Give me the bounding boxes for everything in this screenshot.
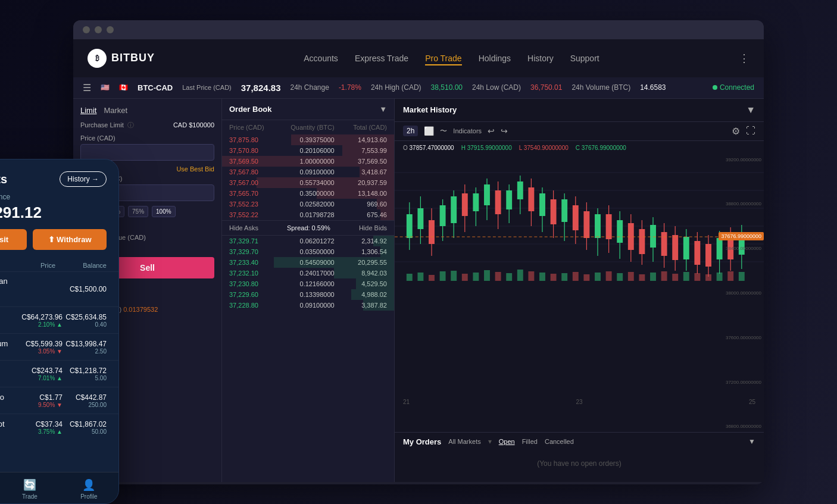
asset-ticker: BTC (0, 321, 18, 328)
asset-price-val: C$1.77 (18, 393, 63, 402)
logo-text: BITBUY (111, 52, 155, 64)
nav-pro-trade[interactable]: Pro Trade (425, 51, 461, 65)
nav-links: Accounts Express Trade Pro Trade Holding… (183, 51, 720, 65)
svg-rect-95 (694, 273, 700, 281)
asset-balance-qty: 50.00 (63, 428, 107, 435)
order-book-title: Order Book (229, 105, 272, 114)
asset-balance-val: C$442.87 (63, 393, 107, 402)
ticker-pair[interactable]: BTC-CAD (138, 83, 173, 92)
svg-rect-79 (517, 270, 523, 281)
ohlc-h: H 37915.99000000 (461, 145, 512, 151)
indicators-btn[interactable]: Indicators (453, 127, 482, 134)
nav-accounts[interactable]: Accounts (304, 51, 338, 65)
nav-more-icon[interactable]: ⋮ (739, 52, 749, 65)
nav-express-trade[interactable]: Express Trade (355, 51, 408, 65)
main-layout: Limit Market Purchase Limit ⓘ CAD $10000… (73, 99, 764, 482)
asset-balance-col: C$1,500.00 (63, 285, 107, 293)
asset-ticker: ETH (0, 348, 18, 355)
svg-rect-17 (462, 193, 468, 216)
asset-row[interactable]: $ Canadian Dollars CAD C$1,500.00 (0, 271, 118, 306)
my-orders-dropdown-icon[interactable]: ▼ (748, 437, 755, 446)
filled-tab[interactable]: Filled (522, 438, 538, 445)
hamburger-icon[interactable]: ☰ (83, 82, 91, 93)
order-book-dropdown-icon[interactable]: ▼ (379, 105, 387, 114)
nav-support[interactable]: Support (570, 51, 599, 65)
pct-100[interactable]: 100% (152, 206, 176, 217)
settings-icon[interactable]: ⚙ (732, 126, 740, 137)
mobile-action-buttons: ⬇ Deposit ⬆ Withdraw (0, 229, 118, 259)
market-tab[interactable]: Market (104, 106, 127, 115)
limit-tab[interactable]: Limit (80, 106, 96, 115)
bid-row[interactable]: 37,329.70 0.03500000 1,306.54 (222, 246, 394, 257)
bid-row[interactable]: 37,228.80 0.09100000 3,387.82 (222, 300, 394, 311)
hide-asks-btn[interactable]: Hide Asks (229, 224, 258, 231)
nav-profile-mobile[interactable]: 👤 Profile (60, 478, 118, 500)
redo-icon[interactable]: ↪ (501, 126, 508, 136)
svg-rect-93 (672, 274, 678, 281)
browser-chrome (73, 20, 764, 39)
deposit-button[interactable]: ⬇ Deposit (0, 229, 27, 250)
nav-history[interactable]: History (527, 51, 554, 65)
asset-balance-col: C$1,867.02 50.00 (63, 420, 107, 435)
nav-trade-mobile[interactable]: 🔄 Trade (0, 478, 59, 500)
bid-row[interactable]: 37,329.71 0.06201272 2,314.92 (222, 236, 394, 246)
market-history-dropdown-icon[interactable]: ▼ (746, 105, 755, 115)
svg-rect-43 (606, 214, 612, 239)
withdraw-button[interactable]: ⬆ Withdraw (33, 229, 107, 250)
asset-balance-qty: 2.50 (63, 348, 107, 355)
asset-change: 9.50% ▼ (18, 402, 63, 408)
bid-row[interactable]: 37,233.40 0.54509000 20,295.55 (222, 257, 394, 268)
ask-row[interactable]: 37,567.80 0.09100000 3,418.67 (222, 167, 394, 177)
ask-row[interactable]: 37,875.80 0.39375000 14,913.60 (222, 134, 394, 145)
bid-row[interactable]: 37,230.80 0.12166000 4,529.50 (222, 278, 394, 289)
svg-rect-78 (506, 273, 512, 281)
mobile-history-button[interactable]: History → (60, 171, 107, 187)
asset-row[interactable]: ₳ Cardano ADA C$1.77 9.50% ▼ C$442.87 25… (0, 387, 118, 414)
my-orders-header: My Orders All Markets ▾ Open Filled Canc… (403, 437, 755, 446)
asset-row[interactable]: ● Polkadot DOT C$37.34 3.75% ▲ C$1,867.0… (0, 414, 118, 440)
asset-price-val: C$37.34 (18, 420, 63, 428)
svg-rect-13 (440, 205, 446, 226)
price-cad-label: Price (CAD) (80, 134, 214, 142)
cancelled-tab[interactable]: Cancelled (545, 438, 574, 445)
undo-icon[interactable]: ↩ (488, 126, 495, 136)
connected-dot (713, 85, 717, 90)
ask-row[interactable]: 37,565.70 0.35000000 13,148.00 (222, 188, 394, 199)
fullscreen-icon[interactable]: ⛶ (746, 126, 755, 136)
ask-row[interactable]: 37,570.80 0.20106000 7,553.99 (222, 145, 394, 156)
bid-row[interactable]: 37,229.60 0.13398000 4,988.02 (222, 289, 394, 300)
svg-rect-31 (539, 193, 545, 216)
time-2h[interactable]: 2h (403, 126, 418, 136)
hide-bids-btn[interactable]: Hide Bids (359, 224, 387, 231)
price-input[interactable] (80, 144, 214, 161)
asset-balance-qty: 0.40 (63, 321, 107, 328)
pct-75[interactable]: 75% (128, 206, 148, 217)
asset-row[interactable]: ₿ Bitcoin BTC C$64,273.96 2.10% ▲ C$25,6… (0, 306, 118, 333)
svg-rect-81 (539, 273, 545, 281)
ohlc-l: L 37540.90000000 (519, 145, 569, 151)
ohlc-o: O 37857.47000000 (403, 145, 454, 151)
open-tab[interactable]: Open (499, 438, 515, 445)
connected-label: Connected (720, 83, 754, 92)
svg-rect-82 (551, 274, 557, 281)
ask-row[interactable]: 37,552.23 0.02582000 969.60 (222, 199, 394, 209)
asset-price-val: C$243.74 (18, 367, 63, 375)
ask-row[interactable]: 37,552.22 0.01798728 675.46 (222, 209, 394, 220)
ask-row[interactable]: 37,569.50 1.00000000 37,569.50 (222, 156, 394, 167)
svg-rect-86 (595, 273, 601, 281)
asset-row[interactable]: ◎ Solana SOL C$243.74 7.01% ▲ C$1,218.72… (0, 360, 118, 387)
bid-row[interactable]: 37,232.10 0.24017000 8,942.03 (222, 268, 394, 278)
asset-ticker: ADA (0, 402, 18, 409)
svg-rect-35 (561, 199, 567, 222)
logo-icon: ₿ (88, 49, 107, 68)
ask-row[interactable]: 37,567.00 0.55734000 20,937.59 (222, 177, 394, 188)
asset-balance-val: C$13,998.47 (63, 340, 107, 348)
svg-rect-53 (661, 232, 667, 256)
svg-rect-11 (429, 220, 435, 244)
asset-row[interactable]: Ξ Ethereum ETH C$5,599.39 3.05% ▼ C$13,9… (0, 333, 118, 360)
nav-holdings[interactable]: Holdings (479, 51, 511, 65)
asset-balance-col: C$13,998.47 2.50 (63, 340, 107, 355)
all-markets-label[interactable]: All Markets (448, 438, 480, 445)
asset-price-col: C$37.34 3.75% ▲ (18, 420, 63, 435)
asset-balance-col: C$442.87 250.00 (63, 393, 107, 408)
